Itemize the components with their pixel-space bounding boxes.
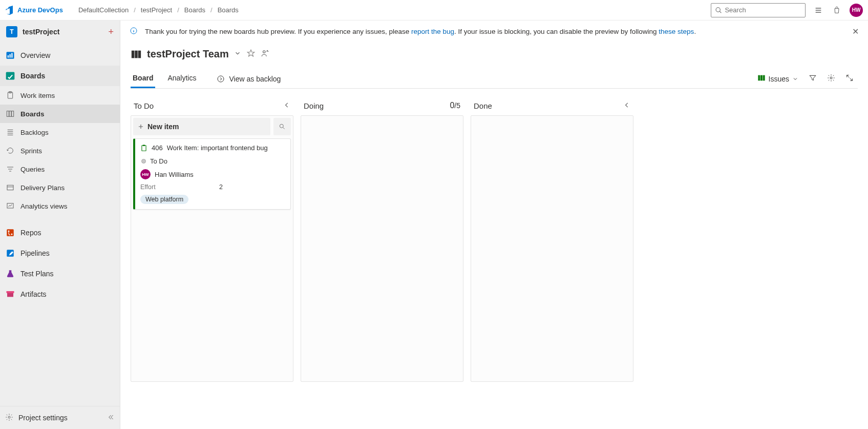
repos-icon — [5, 228, 15, 238]
svg-rect-31 — [143, 145, 145, 146]
backlog-icon — [5, 127, 15, 137]
breadcrumb-section[interactable]: Boards — [184, 6, 205, 14]
svg-rect-20 — [132, 50, 135, 58]
gear-icon — [5, 413, 13, 423]
nav-sprints[interactable]: Sprints — [0, 141, 120, 160]
svg-rect-30 — [142, 146, 146, 151]
nav-pipelines[interactable]: Pipelines — [0, 243, 120, 263]
card-tag[interactable]: Web platform — [140, 195, 188, 204]
shopping-bag-icon[interactable] — [831, 5, 842, 16]
nav-boards-label: Boards — [20, 72, 45, 80]
svg-rect-8 — [9, 111, 11, 117]
new-item-plus-icon[interactable]: + — [108, 27, 114, 37]
breadcrumb-collection[interactable]: DefaultCollection — [78, 6, 129, 14]
svg-rect-17 — [7, 291, 14, 293]
overview-icon — [5, 50, 15, 60]
collapse-column-icon[interactable] — [623, 101, 630, 110]
nav-boards[interactable]: Boards — [0, 66, 120, 86]
azure-devops-logo-icon — [5, 6, 14, 15]
team-chevron-down-icon[interactable] — [234, 50, 241, 58]
card-title: Work Item: important frontend bug — [167, 144, 268, 152]
issue-type-icon — [140, 145, 147, 153]
svg-rect-21 — [135, 50, 138, 58]
new-item-button[interactable]: New item — [133, 118, 270, 135]
search-input[interactable] — [725, 6, 801, 14]
banner-text: Thank you for trying the new boards hub … — [145, 28, 696, 35]
report-bug-link[interactable]: report the bug — [411, 28, 454, 35]
analytics-icon — [5, 201, 15, 211]
nav-test-plans[interactable]: Test Plans — [0, 263, 120, 284]
project-switcher[interactable]: T testProject + — [0, 21, 120, 43]
column-doing: Doing 0/5 — [301, 98, 463, 382]
settings-gear-icon[interactable] — [827, 74, 835, 84]
svg-point-13 — [8, 231, 10, 232]
backlog-arrow-icon — [217, 75, 225, 83]
delivery-plans-icon — [5, 182, 15, 193]
test-plans-icon — [5, 269, 15, 279]
breadcrumb-project[interactable]: testProject — [141, 6, 172, 14]
topbar: Azure DevOps DefaultCollection / testPro… — [0, 0, 868, 21]
tab-board[interactable]: Board — [131, 69, 155, 88]
nav-delivery-plans[interactable]: Delivery Plans — [0, 178, 120, 197]
collapse-sidebar-icon[interactable] — [107, 413, 115, 423]
svg-rect-2 — [10, 54, 11, 58]
card-state[interactable]: To Do — [150, 157, 167, 165]
filter-icon[interactable] — [809, 74, 817, 84]
work-item-card[interactable]: 406 Work Item: important frontend bug To… — [133, 138, 291, 210]
svg-point-23 — [263, 51, 265, 53]
tab-analytics[interactable]: Analytics — [165, 69, 198, 88]
column-search-icon[interactable] — [273, 118, 291, 135]
issues-dropdown[interactable]: Issues — [757, 74, 798, 84]
nav-backlogs[interactable]: Backlogs — [0, 123, 120, 141]
svg-rect-7 — [7, 111, 9, 117]
svg-point-28 — [830, 77, 832, 79]
svg-rect-9 — [12, 111, 14, 117]
nav-artifacts[interactable]: Artifacts — [0, 284, 120, 304]
plus-icon — [137, 123, 144, 130]
svg-point-29 — [280, 124, 283, 128]
main: Thank you for trying the new boards hub … — [120, 21, 868, 429]
svg-rect-1 — [8, 55, 9, 58]
svg-rect-4 — [6, 72, 15, 80]
nav-overview[interactable]: Overview — [0, 45, 120, 66]
svg-point-14 — [11, 234, 13, 235]
search-icon — [715, 7, 722, 14]
effort-value: 2 — [219, 183, 223, 191]
favorite-star-icon[interactable] — [246, 49, 256, 59]
sprint-icon — [5, 146, 15, 156]
sidebar: T testProject + Overview Boards Work ite… — [0, 21, 120, 429]
close-banner-icon[interactable]: ✕ — [852, 27, 859, 36]
pipelines-icon — [5, 248, 15, 258]
card-assignee[interactable]: Han Williams — [155, 171, 194, 178]
column-done: Done — [471, 98, 633, 382]
team-selector: testProject Team — [131, 48, 858, 60]
list-icon[interactable] — [813, 5, 824, 16]
view-as-backlog[interactable]: View as backlog — [217, 75, 281, 83]
team-name[interactable]: testProject Team — [147, 48, 229, 60]
boards-icon — [5, 71, 15, 81]
brand[interactable]: Azure DevOps — [5, 6, 63, 15]
column-title: Doing — [304, 101, 324, 110]
svg-point-18 — [8, 416, 10, 418]
search-box[interactable] — [711, 3, 806, 17]
chevron-down-icon — [792, 76, 798, 82]
nav-boards-sub[interactable]: Boards — [0, 105, 120, 123]
nav-queries[interactable]: Queries — [0, 160, 120, 178]
board-columns: To Do New item — [131, 98, 858, 382]
fullscreen-icon[interactable] — [845, 74, 854, 84]
nav-work-items[interactable]: Work items — [0, 86, 120, 105]
wip-count: 0/5 — [450, 101, 460, 110]
collapse-column-icon[interactable] — [283, 101, 290, 110]
breadcrumb-page[interactable]: Boards — [218, 6, 239, 14]
people-icon[interactable] — [261, 49, 270, 59]
nav-repos[interactable]: Repos — [0, 222, 120, 243]
assignee-avatar: HW — [140, 169, 151, 179]
user-avatar[interactable]: HW — [850, 4, 863, 17]
breadcrumbs: DefaultCollection / testProject / Boards… — [78, 6, 239, 14]
these-steps-link[interactable]: these steps — [659, 28, 694, 35]
tabs: Board Analytics View as backlog Issues — [131, 69, 858, 89]
nav-analytics-views[interactable]: Analytics views — [0, 197, 120, 215]
nav-overview-label: Overview — [20, 51, 50, 59]
svg-rect-3 — [11, 53, 12, 58]
project-settings[interactable]: Project settings — [0, 406, 120, 429]
